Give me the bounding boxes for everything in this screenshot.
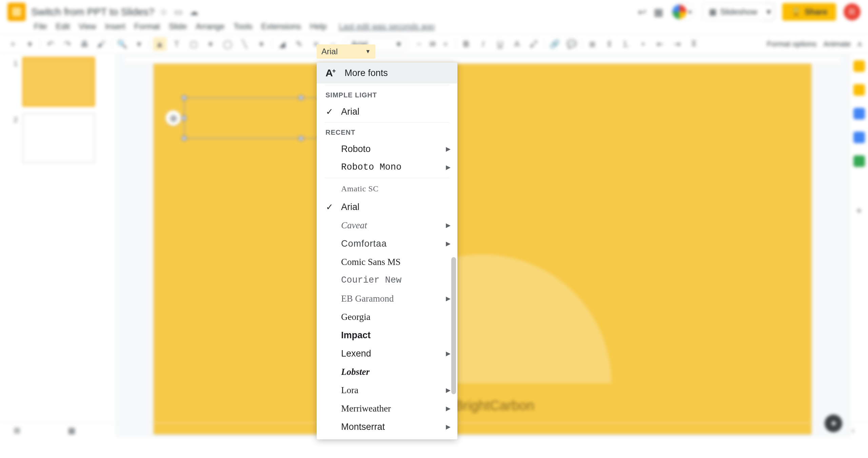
font-option[interactable]: ✓Arial xyxy=(317,102,457,121)
undo-button[interactable]: ↶ xyxy=(44,37,57,51)
hide-panel-icon[interactable]: ‹ xyxy=(852,426,854,435)
font-size-increase[interactable]: + xyxy=(439,37,452,51)
meet-button[interactable]: ▾ xyxy=(671,3,695,21)
format-options-button[interactable]: Format options xyxy=(767,40,817,49)
font-option[interactable]: Lobster xyxy=(317,363,457,381)
font-option[interactable]: ✓Arial xyxy=(317,198,457,216)
resize-handle[interactable] xyxy=(299,136,303,140)
zoom-button[interactable]: 🔍 xyxy=(115,37,129,51)
text-color-button[interactable]: A xyxy=(510,37,524,51)
grid-view-icon[interactable]: ⊞ xyxy=(14,426,20,435)
font-option[interactable]: Roboto▶ xyxy=(317,140,457,158)
bold-button[interactable]: B xyxy=(459,37,473,51)
insert-comment-button[interactable]: 💬 xyxy=(565,37,578,51)
collapse-toolbar-icon[interactable]: ʌ xyxy=(857,40,862,49)
share-button[interactable]: 🔒 Share xyxy=(782,3,836,21)
resize-handle[interactable] xyxy=(299,96,303,100)
share-label: Share xyxy=(805,7,827,17)
font-option[interactable]: Caveat▶ xyxy=(317,216,457,234)
presenter-view-icon[interactable]: ▦ xyxy=(68,426,76,435)
slide-thumbnail[interactable] xyxy=(22,57,95,107)
new-slide-button[interactable]: + xyxy=(6,37,20,51)
contacts-icon[interactable] xyxy=(853,132,865,143)
select-tool[interactable]: ▲ xyxy=(153,37,166,51)
font-size-value[interactable]: 18 xyxy=(429,41,435,47)
slide-canvas[interactable]: ⊕ BrightCarbon xyxy=(154,64,811,434)
font-option[interactable]: Lexend▶ xyxy=(317,344,457,363)
more-fonts-item[interactable]: A+ More fonts xyxy=(317,62,457,83)
font-option[interactable]: EB Garamond▶ xyxy=(317,289,457,308)
font-size-decrease[interactable]: − xyxy=(412,37,426,51)
menu-extensions[interactable]: Extensions xyxy=(261,22,301,31)
submenu-arrow-icon: ▶ xyxy=(446,164,451,171)
add-on-button[interactable]: + xyxy=(856,205,862,216)
menu-insert[interactable]: Insert xyxy=(105,22,125,31)
font-option[interactable]: Georgia xyxy=(317,308,457,326)
font-option[interactable]: Roboto Mono▶ xyxy=(317,158,457,176)
explore-button[interactable]: ✦ xyxy=(825,415,842,432)
new-slide-dropdown[interactable]: ▾ xyxy=(23,37,37,51)
insert-link-button[interactable]: 🔗 xyxy=(548,37,561,51)
menu-slide[interactable]: Slide xyxy=(169,22,187,31)
increase-indent-button[interactable]: ⇥ xyxy=(670,37,684,51)
font-option-label: Arial xyxy=(341,107,451,117)
bulleted-list-button[interactable]: • xyxy=(636,37,650,51)
menu-format[interactable]: Format xyxy=(134,22,160,31)
menu-arrange[interactable]: Arrange xyxy=(196,22,224,31)
font-option[interactable]: Comic Sans MS xyxy=(317,253,457,271)
move-icon[interactable]: ▭ xyxy=(174,7,183,17)
print-button[interactable]: 🖶 xyxy=(78,37,91,51)
paint-format-button[interactable]: 🖌 xyxy=(95,37,108,51)
align-button[interactable]: ≣ xyxy=(586,37,599,51)
calendar-icon[interactable] xyxy=(853,60,865,72)
clear-formatting-button[interactable]: T̶ xyxy=(687,37,701,51)
animate-button[interactable]: Animate xyxy=(823,40,851,49)
font-option[interactable]: Courier New xyxy=(317,271,457,289)
menu-tools[interactable]: Tools xyxy=(233,22,252,31)
numbered-list-button[interactable]: 1. xyxy=(619,37,633,51)
document-title[interactable]: Switch from PPT to Slides? xyxy=(31,6,154,18)
resize-handle[interactable] xyxy=(182,136,186,140)
underline-button[interactable]: U xyxy=(493,37,507,51)
redo-button[interactable]: ↷ xyxy=(61,37,74,51)
history-icon[interactable]: ↩ xyxy=(638,6,646,18)
slide-thumbnail[interactable] xyxy=(22,113,95,163)
textbox-tool[interactable]: T xyxy=(170,37,183,51)
line-spacing-button[interactable]: ⇕ xyxy=(603,37,616,51)
resize-handle[interactable] xyxy=(182,96,186,100)
line-dropdown[interactable]: ▾ xyxy=(255,37,268,51)
star-icon[interactable]: ☆ xyxy=(160,7,167,17)
keep-icon[interactable] xyxy=(853,84,865,96)
slideshow-button[interactable]: ▦ Slideshow ▾ xyxy=(703,3,775,21)
decrease-indent-button[interactable]: ⇤ xyxy=(653,37,667,51)
menu-help[interactable]: Help xyxy=(310,22,327,31)
font-family-select[interactable]: Arial ▼ xyxy=(317,44,375,59)
comments-icon[interactable]: ▦ xyxy=(654,6,663,18)
menu-edit[interactable]: Edit xyxy=(56,22,70,31)
resize-handle[interactable] xyxy=(182,116,186,120)
image-dropdown[interactable]: ▾ xyxy=(204,37,217,51)
tasks-icon[interactable] xyxy=(853,108,865,119)
font-option[interactable]: Comfortaa▶ xyxy=(317,234,457,253)
last-edit-link[interactable]: Last edit was seconds ago xyxy=(339,22,435,31)
image-tool[interactable]: ▢ xyxy=(187,37,200,51)
shape-tool[interactable]: ◯ xyxy=(221,37,234,51)
border-color-button[interactable]: ✎ xyxy=(292,37,306,51)
font-option[interactable]: Amatic SC xyxy=(317,179,457,198)
font-option[interactable]: Montserrat▶ xyxy=(317,418,457,436)
zoom-dropdown[interactable]: ▾ xyxy=(132,37,146,51)
menu-view[interactable]: View xyxy=(79,22,96,31)
add-note-button[interactable]: ⊕ xyxy=(165,110,181,126)
font-option[interactable]: Merriweather▶ xyxy=(317,399,457,418)
font-option[interactable]: Lora▶ xyxy=(317,381,457,399)
highlight-color-button[interactable]: 🖍 xyxy=(527,37,541,51)
menu-file[interactable]: File xyxy=(34,22,47,31)
line-tool[interactable]: ╲ xyxy=(238,37,251,51)
maps-icon[interactable] xyxy=(853,155,865,167)
cloud-icon[interactable]: ☁ xyxy=(190,7,198,17)
italic-button[interactable]: I xyxy=(476,37,490,51)
account-avatar[interactable]: R xyxy=(844,3,861,20)
fill-color-button[interactable]: ◢ xyxy=(275,37,289,51)
scrollbar-thumb[interactable] xyxy=(451,257,456,394)
font-option[interactable]: Impact xyxy=(317,326,457,344)
